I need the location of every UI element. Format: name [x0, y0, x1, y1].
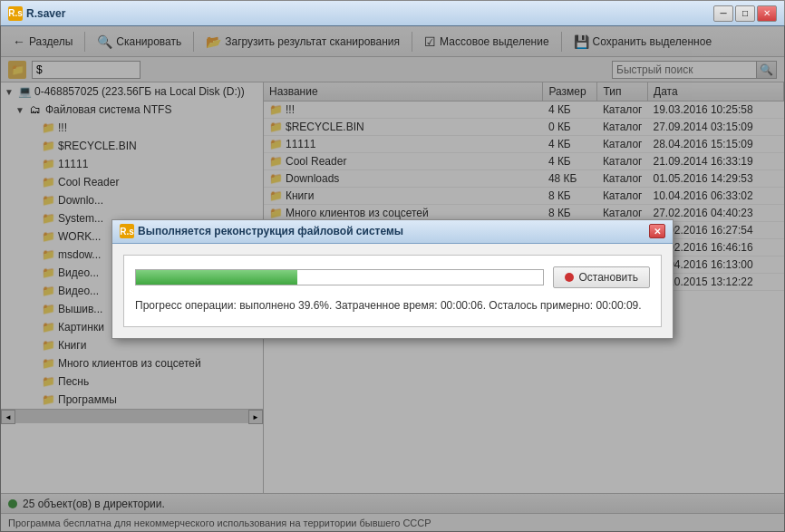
close-button[interactable]: ✕ — [757, 5, 777, 22]
progress-bar-fill — [136, 270, 297, 285]
progress-container: Остановить Прогресс операции: выполнено … — [123, 255, 662, 327]
modal-title: Выполняется реконструкция файловой систе… — [138, 225, 649, 237]
minimize-button[interactable]: ─ — [713, 5, 733, 22]
maximize-button[interactable]: □ — [735, 5, 755, 22]
modal-close-button[interactable]: ✕ — [649, 224, 665, 238]
stop-button[interactable]: Остановить — [553, 266, 651, 288]
modal-content: Остановить Прогресс операции: выполнено … — [112, 244, 673, 338]
stop-label: Остановить — [579, 271, 639, 284]
stop-dot-icon — [565, 273, 574, 282]
app-icon: R.s — [8, 6, 23, 21]
modal-title-bar: R.s Выполняется реконструкция файловой с… — [112, 220, 673, 244]
progress-text: Прогресс операции: выполнено 39.6%. Затр… — [135, 295, 650, 315]
modal-dialog: R.s Выполняется реконструкция файловой с… — [111, 219, 674, 339]
window-controls: ─ □ ✕ — [713, 5, 777, 22]
progress-row: Остановить — [135, 266, 650, 288]
window-title: R.saver — [26, 7, 713, 20]
modal-overlay: R.s Выполняется реконструкция файловой с… — [0, 25, 785, 532]
modal-icon: R.s — [120, 224, 134, 238]
title-bar: R.s R.saver ─ □ ✕ — [1, 1, 784, 26]
progress-bar-background — [135, 269, 544, 285]
